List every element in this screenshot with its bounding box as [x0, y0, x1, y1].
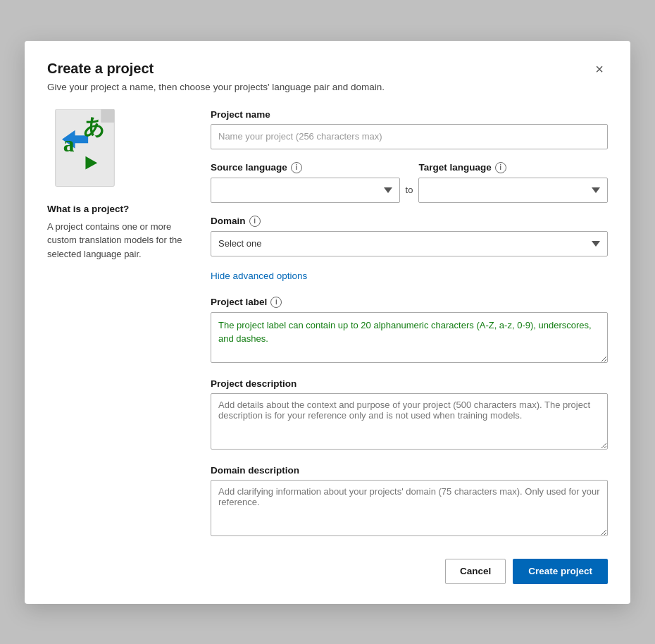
domain-description-group: Domain description [211, 465, 608, 539]
target-language-info-icon: i [495, 162, 506, 173]
project-description-group: Project description [211, 378, 608, 452]
project-label-group: Project label i The project label can co… [211, 297, 608, 366]
right-panel: Project name Source language i [211, 109, 608, 584]
project-label-label: Project label i [211, 297, 608, 308]
dialog-header: Create a project × [47, 61, 608, 78]
source-language-label: Source language i [211, 162, 400, 173]
target-language-select[interactable] [418, 178, 608, 203]
language-row: Source language i to Target language [211, 162, 608, 203]
language-pair-group: Source language i to Target language [211, 162, 608, 203]
close-button[interactable]: × [591, 61, 608, 78]
svg-text:あ: あ [83, 116, 105, 138]
create-project-button[interactable]: Create project [513, 559, 608, 584]
left-panel: a あ What is a project? A project contain… [47, 109, 188, 584]
source-language-info-icon: i [291, 162, 302, 173]
dialog-subtitle: Give your project a name, then choose yo… [47, 82, 608, 92]
project-name-group: Project name [211, 109, 608, 149]
source-language-select[interactable] [211, 178, 400, 203]
target-language-label: Target language i [418, 162, 608, 173]
translation-icon: a あ [47, 109, 132, 201]
what-is-project-heading: What is a project? [47, 204, 188, 214]
domain-group: Domain i Select one [211, 216, 608, 256]
project-name-input[interactable] [211, 124, 608, 149]
dialog-backdrop: Create a project × Give your project a n… [0, 0, 655, 644]
target-language-group: Target language i [418, 162, 608, 203]
dialog-title: Create a project [47, 61, 154, 77]
domain-info-icon: i [249, 216, 261, 227]
domain-select[interactable]: Select one [211, 231, 608, 256]
svg-text:a: a [63, 132, 75, 156]
to-label: to [406, 185, 413, 195]
what-is-project-description: A project contains one or more custom tr… [47, 220, 188, 261]
hide-advanced-options-link[interactable]: Hide advanced options [211, 271, 307, 281]
dialog-footer: Cancel Create project [211, 556, 608, 584]
domain-description-label: Domain description [211, 465, 608, 476]
project-description-input[interactable] [211, 393, 608, 450]
hide-advanced-group: Hide advanced options [211, 269, 608, 284]
project-name-label: Project name [211, 109, 608, 120]
domain-description-input[interactable] [211, 480, 608, 536]
project-label-hint: The project label can contain up to 20 a… [211, 312, 608, 363]
source-language-group: Source language i [211, 162, 400, 203]
dialog-body: a あ What is a project? A project contain… [47, 109, 608, 584]
domain-label: Domain i [211, 216, 608, 227]
project-description-label: Project description [211, 378, 608, 389]
create-project-dialog: Create a project × Give your project a n… [25, 41, 630, 604]
project-label-info-icon: i [270, 297, 282, 308]
cancel-button[interactable]: Cancel [445, 559, 506, 584]
